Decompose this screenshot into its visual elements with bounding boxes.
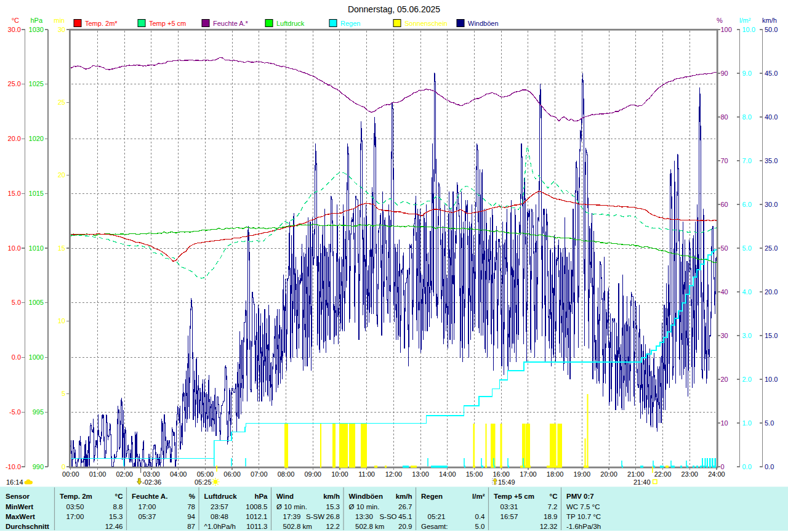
svg-text:min: min bbox=[54, 17, 65, 24]
svg-text:0.4: 0.4 bbox=[475, 513, 486, 520]
svg-text:Donnerstag, 05.06.2025: Donnerstag, 05.06.2025 bbox=[348, 4, 440, 14]
svg-text:1020: 1020 bbox=[29, 135, 44, 142]
svg-text:13:00: 13:00 bbox=[412, 470, 429, 478]
svg-text:990: 990 bbox=[33, 463, 44, 470]
svg-text:Ø 10 min.: Ø 10 min. bbox=[276, 503, 307, 510]
svg-text:Regen: Regen bbox=[421, 493, 443, 500]
svg-text:0.0: 0.0 bbox=[765, 463, 774, 470]
svg-text:20.0: 20.0 bbox=[8, 135, 21, 142]
svg-text:Windböen: Windböen bbox=[468, 20, 499, 27]
svg-text:1.0: 1.0 bbox=[742, 419, 752, 427]
svg-text:995: 995 bbox=[33, 408, 44, 416]
svg-text:MinWert: MinWert bbox=[6, 503, 33, 510]
svg-text:20: 20 bbox=[58, 171, 65, 179]
svg-text:05:37: 05:37 bbox=[139, 513, 156, 520]
svg-text:Windböen: Windböen bbox=[349, 493, 383, 500]
svg-text:16:57: 16:57 bbox=[501, 513, 518, 520]
svg-text:7.2: 7.2 bbox=[548, 503, 558, 510]
svg-text:°C: °C bbox=[12, 17, 19, 24]
svg-text:02:00: 02:00 bbox=[116, 470, 133, 478]
svg-text:08:00: 08:00 bbox=[278, 470, 295, 478]
svg-text:Luftdruck: Luftdruck bbox=[204, 493, 238, 500]
svg-text:15.0: 15.0 bbox=[765, 332, 778, 339]
svg-text:8.0: 8.0 bbox=[742, 113, 752, 121]
svg-text:1000: 1000 bbox=[29, 353, 44, 361]
svg-text:22:00: 22:00 bbox=[654, 470, 672, 478]
svg-text:17:39: 17:39 bbox=[283, 513, 301, 520]
svg-text:Temp. 2m*: Temp. 2m* bbox=[85, 20, 118, 27]
svg-text:hPa: hPa bbox=[254, 493, 268, 500]
svg-text:Temp +5 cm: Temp +5 cm bbox=[494, 493, 534, 500]
svg-text:10.0: 10.0 bbox=[765, 376, 778, 383]
svg-text:60: 60 bbox=[721, 201, 728, 208]
svg-text:45.0: 45.0 bbox=[765, 70, 778, 77]
svg-text:°C: °C bbox=[550, 493, 558, 500]
svg-text:25: 25 bbox=[58, 99, 65, 106]
svg-text:16:00: 16:00 bbox=[492, 470, 510, 478]
svg-text:25.0: 25.0 bbox=[8, 80, 21, 87]
svg-text:Regen: Regen bbox=[340, 20, 360, 27]
svg-text:15.3: 15.3 bbox=[109, 513, 123, 520]
svg-text:09:00: 09:00 bbox=[304, 470, 321, 478]
svg-text:20.0: 20.0 bbox=[765, 288, 778, 296]
svg-text:km/h: km/h bbox=[762, 17, 777, 24]
svg-text:07:00: 07:00 bbox=[251, 470, 268, 478]
svg-text:3.0: 3.0 bbox=[742, 332, 752, 339]
svg-text:4.0: 4.0 bbox=[742, 288, 752, 296]
svg-text:05:25: 05:25 bbox=[195, 478, 212, 486]
svg-text:km/h: km/h bbox=[396, 493, 412, 500]
svg-text:-5.0: -5.0 bbox=[9, 408, 21, 416]
svg-text:12:00: 12:00 bbox=[385, 470, 403, 478]
svg-text:15:49: 15:49 bbox=[498, 478, 515, 486]
svg-text:14:00: 14:00 bbox=[439, 470, 456, 478]
svg-text:87: 87 bbox=[187, 523, 195, 530]
svg-text:19:00: 19:00 bbox=[574, 470, 591, 478]
svg-text:90: 90 bbox=[721, 70, 728, 77]
svg-text:78: 78 bbox=[187, 503, 195, 510]
svg-text:35.0: 35.0 bbox=[765, 157, 778, 164]
svg-text:Luftdruck: Luftdruck bbox=[276, 20, 305, 27]
svg-text:0.0: 0.0 bbox=[12, 353, 21, 361]
svg-text:8.8: 8.8 bbox=[113, 503, 123, 510]
svg-text:Feuchte A.*: Feuchte A.* bbox=[213, 20, 249, 27]
svg-text:50: 50 bbox=[721, 244, 728, 252]
svg-text:1010: 1010 bbox=[29, 244, 44, 252]
svg-text:80: 80 bbox=[721, 113, 728, 121]
svg-text:15:00: 15:00 bbox=[466, 470, 483, 478]
svg-text:94: 94 bbox=[187, 513, 195, 520]
svg-text:PMV 0:7: PMV 0:7 bbox=[566, 493, 594, 500]
svg-text:11:00: 11:00 bbox=[358, 470, 375, 478]
svg-text:km/h: km/h bbox=[323, 493, 340, 500]
svg-text:%: % bbox=[717, 17, 723, 24]
svg-text:06:00: 06:00 bbox=[223, 470, 241, 478]
svg-text:5.0: 5.0 bbox=[12, 299, 21, 306]
svg-text:20:00: 20:00 bbox=[600, 470, 617, 478]
svg-text:Sonnenschein: Sonnenschein bbox=[404, 20, 448, 27]
svg-text:-1.6hPa/3h: -1.6hPa/3h bbox=[566, 523, 601, 530]
svg-text:-02:36: -02:36 bbox=[142, 478, 161, 486]
svg-text:%: % bbox=[189, 493, 195, 500]
svg-text:24:00: 24:00 bbox=[708, 470, 725, 478]
svg-text:MaxWert: MaxWert bbox=[6, 513, 35, 520]
svg-text:23:57: 23:57 bbox=[211, 503, 228, 510]
svg-text:10: 10 bbox=[721, 419, 728, 427]
svg-text:5: 5 bbox=[62, 390, 65, 397]
svg-text:12.32: 12.32 bbox=[540, 523, 558, 530]
svg-text:25.0: 25.0 bbox=[765, 244, 778, 252]
svg-text:1008.5: 1008.5 bbox=[246, 503, 267, 510]
svg-text:15.0: 15.0 bbox=[8, 190, 21, 197]
svg-text:1015: 1015 bbox=[29, 190, 44, 197]
svg-text:10.0: 10.0 bbox=[8, 244, 21, 252]
svg-text:Wind: Wind bbox=[276, 493, 294, 500]
svg-text:0.0: 0.0 bbox=[742, 463, 752, 470]
svg-text:16:14: 16:14 bbox=[6, 478, 23, 486]
svg-text:10.0: 10.0 bbox=[742, 26, 755, 33]
svg-text:20.9: 20.9 bbox=[398, 523, 412, 530]
svg-text:00:00: 00:00 bbox=[62, 470, 79, 478]
svg-text:23:00: 23:00 bbox=[681, 470, 698, 478]
svg-text:17:00: 17:00 bbox=[520, 470, 537, 478]
svg-text:08:48: 08:48 bbox=[211, 513, 228, 520]
svg-text:50.0: 50.0 bbox=[765, 26, 778, 33]
svg-text:-10.0: -10.0 bbox=[6, 463, 21, 470]
svg-text:Temp +5 cm: Temp +5 cm bbox=[149, 20, 186, 27]
